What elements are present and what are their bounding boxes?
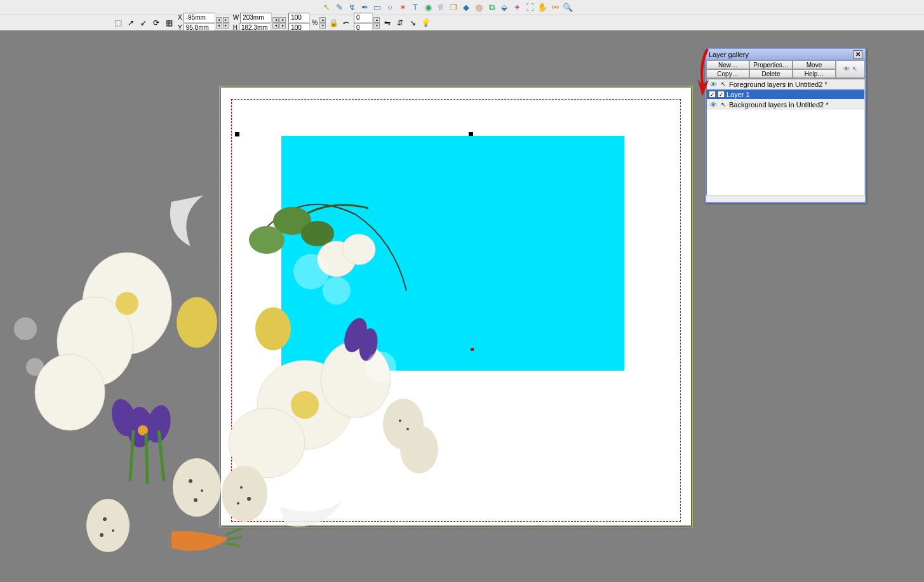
x-value[interactable]: -95mm (184, 13, 215, 23)
eye-icon[interactable]: 👁 (709, 81, 718, 88)
scale-group: 100 100 % ▴▾ (288, 13, 326, 33)
scale-line-widths-icon[interactable]: ↙ (138, 18, 149, 28)
svg-point-20 (138, 425, 148, 435)
svg-point-12 (116, 292, 138, 315)
move-layer-button[interactable]: Move (793, 60, 836, 69)
grid-icon[interactable]: ▦ (164, 18, 174, 28)
angle-value[interactable]: 0 (354, 13, 373, 23)
quickshape-tool[interactable]: ✶ (397, 2, 408, 13)
bevel-tool[interactable]: ◆ (460, 2, 472, 13)
selector-infobar: ⬚ ↗ ↙ ⟳ ▦ X -95mm Y 95.8mm ◂◂ ▸▸ W 203mm… (0, 15, 924, 30)
svg-point-34 (103, 517, 107, 521)
svg-point-16 (127, 407, 152, 447)
svg-point-15 (108, 396, 140, 439)
scale-spinner[interactable]: ▴▾ (319, 17, 326, 29)
arrow-icon: ↖ (852, 65, 857, 73)
layer-list[interactable]: 👁 ↖ Foreground layers in Untitled2 * ✓ ✓… (706, 79, 865, 195)
cyan-rectangle-object[interactable] (281, 136, 624, 371)
layer-row-layer1[interactable]: ✓ ✓ Layer 1 (707, 89, 864, 100)
layer-gallery-title: Layer gallery (709, 51, 749, 58)
scale-x-value[interactable]: 100 (288, 13, 310, 23)
copy-layer-button[interactable]: Copy… (706, 69, 749, 78)
mould-tool[interactable]: ⬙ (499, 2, 510, 13)
selector-tool[interactable]: ↖ (321, 2, 332, 13)
visible-checkbox[interactable]: ✓ (709, 91, 716, 98)
layer-properties-button[interactable]: Properties… (749, 60, 793, 69)
svg-point-3 (83, 253, 171, 354)
svg-point-41 (14, 317, 37, 340)
svg-point-28 (194, 498, 198, 502)
svg-point-35 (112, 529, 114, 532)
freehand-tool[interactable]: ✎ (333, 2, 345, 13)
layer-gallery-buttons: New… Properties… Move 👁 ↖ Copy… Delete H… (706, 60, 865, 79)
xy-group: X -95mm Y 95.8mm ◂◂ ▸▸ (177, 13, 229, 33)
xy-spinner-r[interactable]: ▸▸ (223, 17, 229, 29)
shape-editor-tool[interactable]: ↯ (346, 2, 358, 13)
zoom-tool[interactable]: 🔍 (562, 2, 573, 13)
new-layer-button[interactable]: New… (706, 60, 749, 69)
svg-point-4 (57, 297, 133, 386)
layer1-label: Layer 1 (726, 91, 750, 98)
w-value[interactable]: 203mm (240, 13, 272, 23)
push-tool[interactable]: ✋ (537, 2, 548, 13)
xy-spinner[interactable]: ◂◂ (216, 17, 222, 29)
contour-tool[interactable]: ◎ (473, 2, 485, 13)
flip-rotate-icon[interactable]: ⤺ (341, 18, 351, 28)
w-label: W (232, 14, 240, 21)
rectangle-tool[interactable]: ▭ (372, 2, 383, 13)
liveeffect-tool[interactable]: ✦ (511, 2, 523, 13)
pen-tool[interactable]: ✒ (359, 2, 370, 13)
lock-aspect-icon[interactable]: 🔒 (328, 18, 338, 28)
svg-point-36 (100, 533, 104, 537)
text-tool[interactable]: T (410, 2, 421, 13)
ellipse-tool[interactable]: ○ (384, 2, 396, 13)
x-label: X (177, 14, 184, 21)
layer-view-toggle[interactable]: 👁 ↖ (836, 60, 865, 78)
flip-h-icon[interactable]: ⇋ (382, 18, 392, 28)
transparency-tool[interactable]: ♕ (435, 2, 446, 13)
arrow-icon[interactable]: ↖ (720, 81, 727, 88)
svg-point-27 (201, 489, 203, 492)
svg-point-26 (189, 479, 192, 483)
background-layers-label: Background layers in Untitled2 * (729, 101, 829, 109)
wh-spinner[interactable]: ◂◂ (272, 17, 279, 29)
help-button[interactable]: Help… (793, 69, 836, 78)
angle-group: 0 0 ▴▾ (354, 13, 380, 33)
rotate-icon[interactable]: ⟳ (151, 18, 161, 28)
svg-point-13 (177, 297, 217, 348)
svg-point-17 (144, 403, 174, 445)
wh-group: W 203mm H 182.3mm ◂◂ ▸▸ (232, 13, 286, 33)
wh-spinner-r[interactable]: ▸▸ (279, 17, 286, 29)
bulb-icon[interactable]: 💡 (420, 18, 431, 28)
layer-gallery-titlebar[interactable]: Layer gallery ✕ (706, 49, 865, 60)
foreground-layers-label: Foreground layers in Untitled2 * (729, 81, 827, 88)
photo-tool[interactable]: ⛶ (524, 2, 535, 13)
link-tool[interactable]: ⚯ (549, 2, 561, 13)
eye-icon[interactable]: 👁 (709, 101, 718, 109)
blend-tool[interactable]: ⧉ (486, 2, 497, 13)
layer-group-background[interactable]: 👁 ↖ Background layers in Untitled2 * (707, 100, 864, 110)
svg-point-42 (26, 358, 44, 376)
delete-layer-button[interactable]: Delete (749, 69, 793, 78)
main-toolbar: ↖✎↯✒▭○✶T◉♕❐◆◎⧉⬙✦⛶✋⚯🔍 (0, 0, 924, 15)
svg-point-5 (35, 354, 105, 430)
percent-label: % (311, 19, 319, 26)
svg-point-25 (86, 499, 130, 552)
selection-bounds-icon[interactable]: ⬚ (113, 18, 123, 28)
eye-icon: 👁 (843, 65, 850, 73)
nudge-icon[interactable]: ↘ (408, 18, 418, 28)
canvas-page[interactable] (221, 88, 691, 526)
arrow-icon[interactable]: ↖ (720, 101, 727, 108)
shadow-tool[interactable]: ❐ (448, 2, 459, 13)
layer-group-foreground[interactable]: 👁 ↖ Foreground layers in Untitled2 * (707, 79, 864, 89)
editable-checkbox[interactable]: ✓ (718, 91, 725, 98)
layer-gallery-panel[interactable]: Layer gallery ✕ New… Properties… Move 👁 … (705, 48, 866, 203)
angle-spinner[interactable]: ▴▾ (373, 17, 380, 29)
transform-origin-icon[interactable]: ↗ (126, 18, 136, 28)
close-icon[interactable]: ✕ (854, 50, 862, 59)
selection-handle[interactable] (235, 132, 239, 136)
fill-tool[interactable]: ◉ (422, 2, 434, 13)
rotation-center[interactable] (471, 348, 474, 351)
flip-v-icon[interactable]: ⇵ (395, 18, 405, 28)
svg-point-21 (173, 458, 221, 517)
